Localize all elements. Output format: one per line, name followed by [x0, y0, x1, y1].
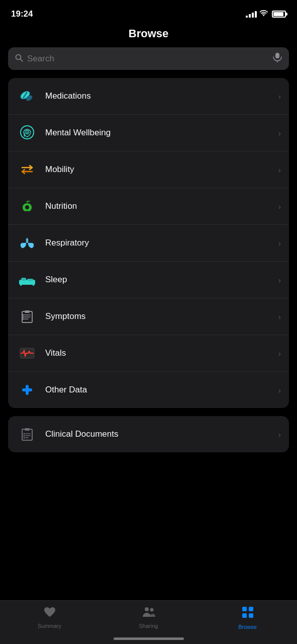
page-title: Browse	[129, 27, 168, 40]
svg-rect-13	[21, 278, 26, 281]
battery-icon	[272, 11, 286, 18]
mobility-label: Mobility	[45, 165, 278, 175]
vitals-chevron: ›	[278, 349, 281, 358]
status-time: 19:24	[11, 9, 33, 19]
other-data-icon	[16, 379, 38, 401]
svg-rect-40	[242, 613, 247, 618]
list-item-vitals[interactable]: Vitals ›	[8, 335, 289, 372]
clinical-documents-chevron: ›	[278, 430, 281, 439]
summary-heart-icon	[43, 606, 56, 621]
clinical-documents-label: Clinical Documents	[45, 429, 278, 439]
symptoms-chevron: ›	[278, 312, 281, 321]
vitals-icon	[16, 342, 38, 364]
search-input[interactable]	[27, 54, 269, 64]
medications-label: Medications	[45, 91, 278, 101]
svg-rect-28	[22, 429, 32, 440]
svg-point-24	[23, 318, 24, 320]
respiratory-label: Respiratory	[45, 238, 278, 248]
tab-sharing-label: Sharing	[139, 623, 158, 629]
respiratory-icon	[16, 232, 38, 254]
svg-point-37	[150, 608, 153, 612]
svg-rect-41	[249, 613, 253, 618]
page-header: Browse	[0, 25, 297, 47]
sharing-people-icon	[141, 606, 156, 621]
svg-rect-11	[27, 238, 28, 243]
tab-sharing[interactable]: Sharing	[99, 606, 198, 629]
health-categories-list: Medications › Mental Wellbeing ›	[8, 78, 289, 408]
list-item-sleep[interactable]: Sleep ›	[8, 262, 289, 298]
tab-browse[interactable]: Browse	[198, 606, 297, 630]
svg-point-36	[145, 607, 149, 611]
symptoms-label: Symptoms	[45, 311, 278, 321]
other-data-label: Other Data	[45, 385, 278, 395]
search-bar[interactable]	[8, 47, 289, 70]
status-icons	[246, 10, 286, 19]
medications-icon	[16, 85, 38, 107]
mobility-chevron: ›	[278, 166, 281, 174]
svg-point-32	[24, 435, 25, 437]
sleep-icon	[16, 269, 38, 291]
svg-rect-15	[20, 284, 22, 286]
sleep-chevron: ›	[278, 276, 281, 284]
clinical-documents-list: Clinical Documents ›	[8, 416, 289, 452]
nutrition-icon	[16, 195, 38, 217]
svg-rect-18	[25, 310, 30, 313]
signal-icon	[246, 11, 257, 18]
mental-wellbeing-chevron: ›	[278, 129, 281, 137]
list-item-other-data[interactable]: Other Data ›	[8, 372, 289, 408]
respiratory-chevron: ›	[278, 239, 281, 248]
svg-rect-27	[22, 388, 32, 391]
mental-wellbeing-label: Mental Wellbeing	[45, 128, 278, 138]
clinical-documents-icon	[16, 423, 38, 445]
svg-rect-2	[275, 53, 279, 58]
microphone-icon[interactable]	[273, 52, 282, 65]
list-item-clinical-documents[interactable]: Clinical Documents ›	[8, 416, 289, 452]
other-data-chevron: ›	[278, 386, 281, 394]
list-item-respiratory[interactable]: Respiratory ›	[8, 225, 289, 262]
nutrition-chevron: ›	[278, 202, 281, 211]
search-container	[0, 47, 297, 78]
tab-browse-label: Browse	[238, 624, 257, 630]
browse-grid-icon	[241, 606, 254, 622]
svg-point-34	[24, 437, 25, 439]
svg-rect-14	[27, 279, 33, 281]
search-icon	[15, 54, 23, 64]
svg-rect-39	[249, 607, 253, 611]
list-item-mobility[interactable]: Mobility ›	[8, 151, 289, 188]
list-item-symptoms[interactable]: Symptoms ›	[8, 298, 289, 335]
svg-rect-16	[33, 284, 34, 286]
tab-summary[interactable]: Summary	[0, 606, 99, 629]
svg-line-1	[21, 59, 23, 61]
sleep-label: Sleep	[45, 275, 278, 285]
mobility-icon	[16, 158, 38, 181]
svg-point-30	[24, 433, 25, 435]
vitals-label: Vitals	[45, 348, 278, 358]
list-item-mental-wellbeing[interactable]: Mental Wellbeing ›	[8, 115, 289, 151]
list-item-medications[interactable]: Medications ›	[8, 78, 289, 115]
wifi-icon	[260, 10, 269, 19]
symptoms-icon	[16, 305, 38, 328]
svg-rect-38	[242, 607, 247, 611]
tab-summary-label: Summary	[38, 623, 61, 629]
svg-point-10	[25, 205, 29, 209]
home-indicator	[114, 637, 184, 640]
svg-point-23	[23, 316, 24, 318]
list-item-nutrition[interactable]: Nutrition ›	[8, 188, 289, 225]
svg-rect-29	[25, 428, 30, 431]
svg-point-22	[23, 314, 24, 316]
medications-chevron: ›	[278, 92, 281, 101]
mental-wellbeing-icon	[16, 122, 38, 144]
status-bar: 19:24	[0, 0, 297, 25]
nutrition-label: Nutrition	[45, 201, 278, 211]
